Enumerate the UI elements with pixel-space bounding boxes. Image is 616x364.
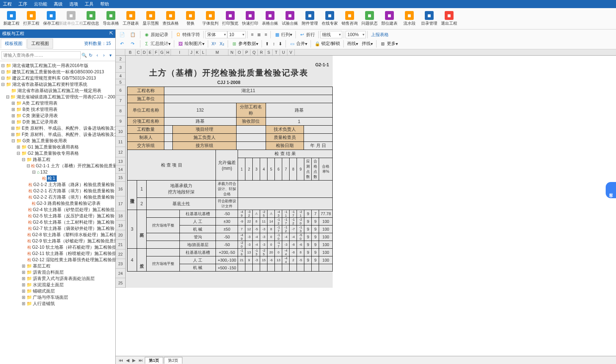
ribbon-打印预览[interactable]: ◼打印预览: [221, 9, 240, 29]
align-center-icon[interactable]: ≣: [255, 31, 263, 38]
tree-node[interactable]: 检G2-12 湿陷性黄土路基强夯处理施工检验批: [1, 257, 115, 263]
tree-node[interactable]: ⊟📁湖北省城镇道路工程施工管理统一用表(CJJ1－2008): [1, 94, 115, 100]
menu-item[interactable]: 工具: [85, 1, 94, 7]
first-icon[interactable]: ⏮: [117, 358, 125, 363]
tree-node[interactable]: ⊞📁E类 原材料、半成品、构配件、设备进场检验及复检: [1, 125, 115, 132]
sub-icon[interactable]: X₂: [218, 41, 226, 47]
undo-icon[interactable]: ↶: [117, 40, 128, 48]
tree-node[interactable]: ⊞📁沥青贯入式与沥青表面处治面层: [1, 276, 115, 282]
ribbon-工序建表[interactable]: ◼工序建表: [121, 9, 140, 29]
next-icon[interactable]: ›: [101, 53, 107, 58]
ribbon-导出表格[interactable]: ◼导出表格: [101, 9, 120, 29]
tree-node[interactable]: ⊟📁G2 施工质量验收专用表格: [1, 150, 115, 157]
refresh-icon[interactable]: ↻: [87, 53, 94, 58]
tree-node[interactable]: ⊟检G2-1-1 土方（基槽）开挖施工检验批质量: [1, 163, 115, 169]
next-icon[interactable]: ▶: [131, 358, 137, 363]
new-icon[interactable]: 📄: [117, 31, 128, 38]
menu-item[interactable]: 选项: [69, 1, 78, 7]
tree-node[interactable]: ⊞📁沥青混合料面层: [1, 269, 115, 276]
prev-icon[interactable]: ◀: [125, 358, 131, 363]
valign-bot-icon[interactable]: ⬇: [277, 41, 284, 47]
ribbon-销售咨询[interactable]: ◼销售咨询: [340, 9, 359, 29]
ribbon-附件管理[interactable]: ◼附件管理: [300, 9, 319, 29]
size-combo[interactable]: 10: [227, 31, 246, 38]
tree-node[interactable]: 检G2-4 软土路基（砂垫层处理）施工检验批: [1, 207, 115, 213]
sheet-tab[interactable]: 第2页: [164, 357, 182, 364]
sup-icon[interactable]: X²: [210, 41, 218, 47]
wrap-btn[interactable]: ↩折行: [297, 31, 317, 39]
tree-node[interactable]: 检G2-8 软土路基（塑料排水板处理）施工检验: [1, 232, 115, 238]
tree-node[interactable]: 检G2-1-2 土方路基（路床）检验批质量检验: [1, 182, 115, 188]
menu-item[interactable]: 帮助: [100, 1, 109, 7]
zoom-combo[interactable]: 100%: [346, 31, 366, 38]
orig-record-btn[interactable]: ◉原始记录: [142, 31, 170, 39]
prev-icon[interactable]: ‹: [94, 53, 101, 58]
upload-btn[interactable]: 上报表格: [369, 31, 391, 39]
menu-item[interactable]: 高级: [54, 1, 63, 7]
rowcol-btn[interactable]: ▦行列 ▾: [272, 31, 294, 39]
ref-btn[interactable]: ⊞参考数据 ▾: [230, 40, 260, 48]
ribbon-保存工程[interactable]: ◼保存工程: [42, 9, 61, 29]
tree-node[interactable]: ⊞📁水泥混凝土面层: [1, 282, 115, 288]
tree-node[interactable]: 检G2-2-1 石方路基（填方）检验批质量检验: [1, 188, 115, 194]
font-combo[interactable]: 宋体: [205, 31, 227, 38]
tree-node[interactable]: 检G2-7 软土路基（袋装砂井处理）施工检验: [1, 225, 115, 232]
dash-btn[interactable]: 拌线 ▾: [360, 40, 375, 48]
tree-node[interactable]: ⊞📁铺砌式面层: [1, 288, 115, 294]
menu-item[interactable]: 云功能: [34, 1, 47, 7]
lock-btn[interactable]: 🔒锁定/解锁: [312, 40, 342, 48]
tree-node[interactable]: 检G2-3 路肩检验批质量检验记录表: [1, 200, 115, 207]
spreadsheet[interactable]: G2-1-1 土方（基槽）开挖检验批质量检验记录表 CJJ 1-2008 工程名…: [126, 56, 333, 288]
tree-node[interactable]: ⊞📁广场与停车场面层: [1, 294, 115, 301]
draw-btn[interactable]: 🖼绘制图片 ▾: [176, 40, 206, 48]
ribbon-工程信息[interactable]: ◼工程信息: [81, 9, 101, 29]
valign-top-icon[interactable]: ⬆: [263, 41, 271, 47]
tree-node[interactable]: ⊞📁A类 工程管理用表: [1, 100, 115, 106]
tree-node[interactable]: ⊞📁F类 原材料、半成品、构配件、设备进场检验及复检: [1, 132, 115, 138]
line-combo[interactable]: 细线: [320, 31, 342, 38]
tree-node[interactable]: ⊟📁路基工程: [1, 157, 115, 163]
menu-item[interactable]: 工程: [3, 1, 12, 7]
tree-node[interactable]: ⊞📁D类 施工记录用表: [1, 119, 115, 125]
ribbon-表格台账[interactable]: ◼表格台账: [260, 9, 280, 29]
tree-node[interactable]: 检检1: [1, 175, 115, 182]
pin-icon[interactable]: ⇱: [109, 31, 113, 37]
redo-icon[interactable]: ↷: [128, 40, 139, 48]
last-icon[interactable]: ⏭: [137, 358, 144, 363]
tree-node[interactable]: ⊟📁湖北省市政基础设施工程资料管理系统: [1, 81, 115, 88]
ribbon-替换[interactable]: ◼替换: [181, 9, 200, 29]
tree-node[interactable]: ⊟⌂132: [1, 169, 115, 175]
tree-node[interactable]: 检G2-9 软土路基（砂桩处理）施工检验批质量: [1, 238, 115, 244]
ribbon-快速打印[interactable]: ◼快速打印: [241, 9, 260, 29]
tree-node[interactable]: ⊟📁湖北省建筑工程施工统一用表2016年版: [1, 63, 115, 69]
ribbon-部位建表[interactable]: ◼部位建表: [380, 9, 399, 29]
tree-node[interactable]: ⊞📁基层工程: [1, 263, 115, 269]
stat-btn[interactable]: Σ汇总统计 ▾: [142, 40, 172, 48]
sheet-tab[interactable]: 第1页: [145, 357, 163, 364]
copy-icon[interactable]: 📋: [128, 31, 139, 38]
align-right-icon[interactable]: ≡: [263, 31, 269, 38]
tree-node[interactable]: 检G2-6 软土路基（土工材料处理）施工检验: [1, 219, 115, 225]
tree-node[interactable]: 📁湖北省市政基础设施工程施工统一规定用表: [1, 88, 115, 94]
more-btn[interactable]: ⊞更多 ▾: [378, 40, 400, 48]
ribbon-字体批判[interactable]: ◼字体批判: [201, 9, 220, 29]
menu-item[interactable]: 工序: [18, 1, 27, 7]
ribbon-在线专家[interactable]: ◼在线专家: [320, 9, 339, 29]
tree-node[interactable]: 检G2-2-2 石方路基（填方）检验批质量检验: [1, 194, 115, 200]
search-input[interactable]: [1, 51, 81, 59]
ribbon-试验台账[interactable]: ◼试验台账: [280, 9, 300, 29]
tree-node[interactable]: 检G2-11 软土路基（粉喷桩处理）施工检验批: [1, 251, 115, 257]
search-icon[interactable]: 🔍: [81, 53, 87, 58]
special-char-btn[interactable]: Ω特殊字符: [174, 31, 202, 39]
ribbon-问题状态[interactable]: ◼问题状态: [360, 9, 379, 29]
tree-node[interactable]: ⊟📁建筑工程施工质量验收统一标准GB50300-2013: [1, 69, 115, 75]
tab-project-view[interactable]: 工程视图: [27, 39, 53, 49]
merge-btn[interactable]: ▭合并 ▾: [287, 40, 309, 48]
tab-template-view[interactable]: 模板视图: [1, 39, 27, 49]
tree-node[interactable]: ⊞📁C类 测量记录用表: [1, 113, 115, 119]
ribbon-查找表格[interactable]: ◼查找表格: [161, 9, 180, 29]
ribbon-目录管理[interactable]: ◼目录管理: [420, 9, 439, 29]
ribbon-流水段[interactable]: ◼流水段: [400, 9, 419, 29]
ribbon-显示范围[interactable]: ◼显示范围: [141, 9, 160, 29]
tree-node[interactable]: ⊞📁B类 技术管理用表: [1, 106, 115, 113]
